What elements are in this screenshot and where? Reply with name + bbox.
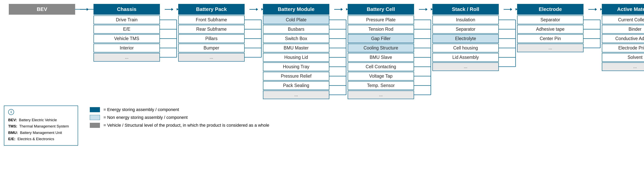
abbr-item: E/E: Electrics & Electronics (8, 136, 74, 142)
item-electrode-2: Center Pin (517, 34, 584, 43)
item-stack-roll-5: ... (432, 62, 499, 71)
header-battery-module: Battery Module (263, 4, 329, 15)
column-connector (334, 4, 343, 13)
svg-marker-13 (595, 8, 597, 11)
abbr-item: BEV: Battery Electric Vehicle (8, 117, 74, 123)
item-battery-module-1: Busbars (263, 25, 329, 34)
item-battery-module-2: Switch Box (263, 34, 329, 43)
legend-right-item: = Energy storing assembly / component (90, 107, 269, 112)
header-chassis: Chassis (94, 4, 160, 15)
column-connector (588, 4, 597, 13)
item-electrode-3: ... (517, 44, 584, 52)
item-stack-roll-0: Insulation (432, 16, 499, 24)
header-electrode: Electrode (517, 4, 584, 15)
item-stack-roll-1: Separator (432, 25, 499, 34)
header-active-material: Active Material (602, 4, 644, 15)
item-active-material-3: Electrode Primer (602, 44, 644, 52)
legend-right: = Energy storing assembly / component= N… (90, 106, 269, 128)
item-battery-cell-8: ... (348, 91, 414, 99)
column-connector (250, 4, 258, 13)
item-battery-cell-2: Gap Filler (348, 34, 414, 43)
diagram-container: BEV ChassisDrive TrainE/EVehicle TMSInte… (4, 4, 640, 146)
legend-right-item: = Non energy storing assembly / componen… (90, 115, 269, 120)
column-battery-pack: Battery PackFront SubframeRear SubframeP… (173, 4, 250, 62)
legend-title: i (8, 109, 74, 115)
item-battery-cell-1: Tension Rod (348, 25, 414, 34)
arrow-svg (334, 6, 343, 13)
item-chassis-3: Interior (94, 44, 160, 52)
info-icon: i (8, 109, 14, 115)
item-chassis-0: Drive Train (94, 16, 160, 24)
legend-text: = Energy storing assembly / component (104, 107, 179, 112)
item-stack-roll-3: Cell housing (432, 44, 499, 52)
item-battery-pack-1: Rear Subframe (178, 25, 244, 34)
item-battery-pack-0: Front Subframe (178, 16, 244, 24)
columns-wrapper: BEV ChassisDrive TrainE/EVehicle TMSInte… (4, 4, 640, 100)
item-battery-cell-7: Temp. Sensor (348, 81, 414, 90)
header-battery-cell: Battery Cell (348, 4, 414, 15)
item-stack-roll-2: Electrolyte (432, 34, 499, 43)
legend-text: = Vehicle / Structural level of the prod… (104, 123, 269, 128)
item-battery-module-4: Housing Lid (263, 53, 329, 62)
column-connector (165, 4, 173, 13)
arrow-svg (80, 6, 89, 13)
item-battery-pack-3: Bumper (178, 44, 244, 52)
abbreviations-box: i BEV: Battery Electric VehicleTMS: Ther… (4, 106, 78, 146)
item-active-material-2: Conductive Additive (602, 34, 644, 43)
column-connector (504, 4, 512, 13)
legend-section: i BEV: Battery Electric VehicleTMS: Ther… (4, 106, 640, 146)
column-battery-module: Battery ModuleCold PlateBusbarsSwitch Bo… (258, 4, 334, 100)
column-battery-cell: Battery CellPressure PlateTension RodGap… (343, 4, 419, 100)
svg-marker-5 (256, 8, 258, 11)
item-battery-module-0: Cold Plate (263, 16, 329, 24)
item-electrode-0: Separator (517, 16, 584, 24)
item-battery-module-3: BMU Master (263, 44, 329, 52)
item-battery-pack-4: ... (178, 53, 244, 62)
item-battery-module-7: Pack Sealing (263, 81, 329, 90)
column-connector (419, 4, 428, 13)
item-active-material-0: Current Collector (602, 16, 644, 24)
item-active-material-4: Solvent (602, 53, 644, 62)
column-chassis: ChassisDrive TrainE/EVehicle TMSInterior… (89, 4, 165, 62)
svg-marker-3 (172, 8, 173, 11)
item-battery-module-6: Pressure Relief (263, 72, 329, 81)
abbr-item: BMU: Battery Management Unit (8, 130, 74, 136)
swatch (90, 123, 100, 128)
item-battery-cell-0: Pressure Plate (348, 16, 414, 24)
item-battery-cell-5: Cell Contacting (348, 62, 414, 71)
swatch (90, 115, 100, 120)
header-bev: BEV (9, 4, 75, 15)
svg-marker-7 (341, 8, 343, 11)
column-electrode: ElectrodeSeparatorAdhesive tapeCenter Pi… (512, 4, 588, 53)
column-bev: BEV (4, 4, 80, 16)
item-active-material-1: Binder (602, 25, 644, 34)
item-chassis-4: ... (94, 53, 160, 62)
item-battery-pack-2: Pillars (178, 34, 244, 43)
arrow-svg (250, 6, 258, 13)
arrow-svg (588, 6, 597, 13)
column-stack-roll: Stack / RollInsulationSeparatorElectroly… (428, 4, 504, 72)
swatch (90, 107, 100, 112)
legend-items: BEV: Battery Electric VehicleTMS: Therma… (8, 117, 74, 142)
svg-marker-9 (426, 8, 428, 11)
arrow-svg (165, 6, 173, 13)
legend-text: = Non energy storing assembly / componen… (104, 115, 188, 120)
item-electrode-1: Adhesive tape (517, 25, 584, 34)
item-battery-cell-4: BMU Slave (348, 53, 414, 62)
item-active-material-5: ... (602, 62, 644, 71)
item-battery-module-8: ... (263, 91, 329, 99)
arrow-svg (419, 6, 428, 13)
item-stack-roll-4: Lid Assembly (432, 53, 499, 62)
item-battery-cell-6: Voltage Tap (348, 72, 414, 81)
arrow-svg (504, 6, 512, 13)
abbr-item: TMS: Thermal Management System (8, 123, 74, 129)
item-battery-module-5: Housing Tray (263, 62, 329, 71)
item-battery-cell-3: Cooling Structure (348, 44, 414, 52)
column-connector (80, 4, 89, 13)
header-battery-pack: Battery Pack (178, 4, 244, 15)
column-active-material: Active MaterialCurrent CollectorBinderCo… (597, 4, 644, 72)
item-chassis-2: Vehicle TMS (94, 34, 160, 43)
svg-marker-11 (510, 8, 512, 11)
item-chassis-1: E/E (94, 25, 160, 34)
svg-marker-1 (87, 8, 89, 11)
